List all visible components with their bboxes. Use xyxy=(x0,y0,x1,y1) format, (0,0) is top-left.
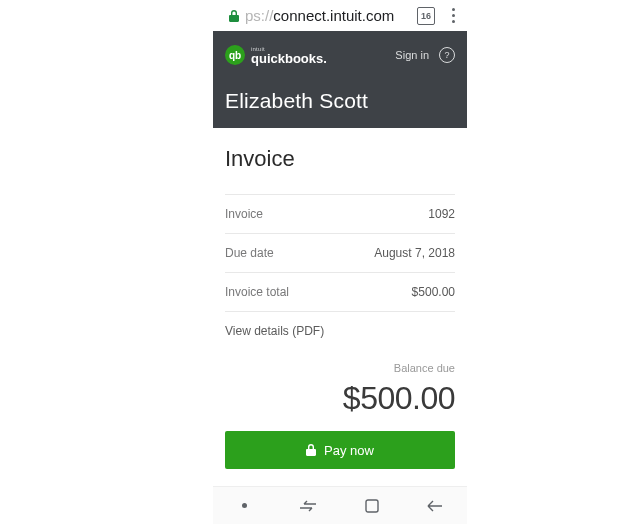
url-prefix: ps:// xyxy=(245,7,273,24)
due-date-row: Due date August 7, 2018 xyxy=(225,233,455,272)
invoice-number-row: Invoice 1092 xyxy=(225,194,455,233)
view-details-link[interactable]: View details (PDF) xyxy=(225,311,455,348)
page-title: Invoice xyxy=(225,146,455,172)
browser-menu-button[interactable] xyxy=(445,4,461,27)
tab-count-badge[interactable]: 16 xyxy=(417,7,435,25)
product-label: quickbooks. xyxy=(251,52,327,65)
invoice-total-label: Invoice total xyxy=(225,285,289,299)
recents-icon[interactable] xyxy=(298,499,318,513)
invoice-total-value: $500.00 xyxy=(412,285,455,299)
nav-dot-icon[interactable] xyxy=(235,503,255,508)
lock-icon xyxy=(229,10,239,22)
invoice-number-label: Invoice xyxy=(225,207,263,221)
url-host: connect.intuit.com xyxy=(273,7,394,24)
qb-header: qb intuit quickbooks. Sign in ? Elizabet… xyxy=(213,31,467,128)
home-icon[interactable] xyxy=(362,499,382,513)
balance-due-amount: $500.00 xyxy=(225,380,455,417)
due-date-value: August 7, 2018 xyxy=(374,246,455,260)
page-content: qb intuit quickbooks. Sign in ? Elizabet… xyxy=(213,31,467,486)
sign-in-link[interactable]: Sign in xyxy=(395,49,429,61)
browser-address-bar: ps://connect.intuit.com 16 xyxy=(213,0,467,31)
url-display: ps://connect.intuit.com xyxy=(229,7,407,24)
android-nav-bar xyxy=(213,486,467,524)
svg-rect-1 xyxy=(366,500,378,512)
pay-now-label: Pay now xyxy=(324,443,374,458)
lock-icon xyxy=(306,444,316,456)
quickbooks-logo: qb intuit quickbooks. xyxy=(225,45,327,65)
help-icon[interactable]: ? xyxy=(439,47,455,63)
pay-now-button[interactable]: Pay now xyxy=(225,431,455,469)
recipient-name: Elizabeth Scott xyxy=(225,89,455,113)
invoice-total-row: Invoice total $500.00 xyxy=(225,272,455,311)
svg-point-0 xyxy=(242,503,247,508)
due-date-label: Due date xyxy=(225,246,274,260)
invoice-number-value: 1092 xyxy=(428,207,455,221)
qb-logo-circle: qb xyxy=(225,45,245,65)
balance-due-label: Balance due xyxy=(225,362,455,374)
back-icon[interactable] xyxy=(425,499,445,513)
